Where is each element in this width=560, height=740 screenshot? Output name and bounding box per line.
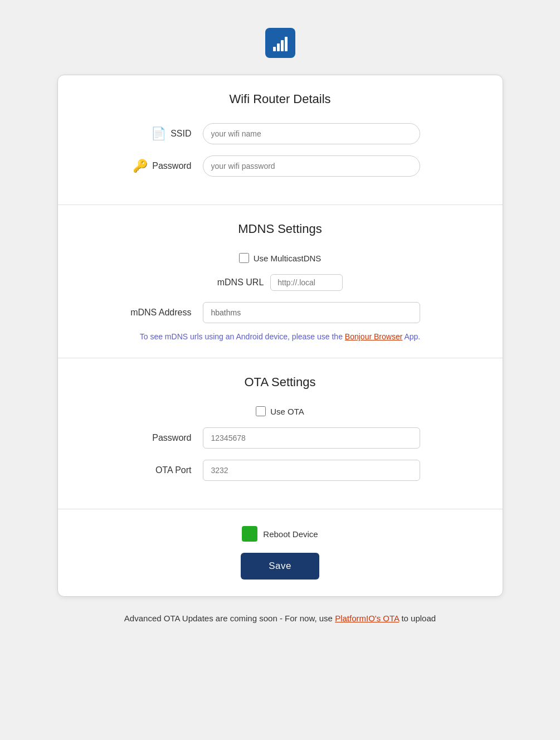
- ssid-label-group: 📄 SSID: [80, 126, 192, 141]
- ota-section: OTA Settings Use OTA Password OTA Port: [58, 358, 503, 509]
- android-notice: To see mDNS urls using an Android device…: [80, 332, 480, 341]
- ota-port-row: OTA Port: [80, 460, 480, 481]
- multicast-dns-row: Use MulticastDNS: [80, 253, 480, 263]
- save-button[interactable]: Save: [241, 553, 319, 580]
- bottom-section: Reboot Device Save: [58, 509, 503, 596]
- signal-icon: [273, 35, 288, 51]
- ssid-row: 📄 SSID: [80, 123, 480, 144]
- mdns-section-title: MDNS Settings: [80, 222, 480, 236]
- mdns-address-input[interactable]: [203, 302, 420, 323]
- footer-suffix: to upload: [399, 614, 436, 623]
- use-multicast-checkbox[interactable]: [239, 253, 249, 263]
- ota-port-label: OTA Port: [80, 465, 192, 475]
- ssid-label: SSID: [171, 129, 191, 139]
- use-ota-label[interactable]: Use OTA: [270, 407, 304, 416]
- mdns-address-label: mDNS Address: [80, 308, 192, 318]
- platformio-link[interactable]: PlatformIO's OTA: [335, 614, 399, 623]
- wifi-password-input[interactable]: [203, 155, 420, 177]
- mdns-section: MDNS Settings Use MulticastDNS mDNS URL …: [58, 205, 503, 358]
- use-multicast-label[interactable]: Use MulticastDNS: [254, 254, 322, 263]
- wifi-password-row: 🔑 Password: [80, 155, 480, 177]
- main-card: Wifi Router Details 📄 SSID 🔑 Password MD…: [57, 75, 503, 597]
- ota-password-label: Password: [80, 433, 192, 443]
- reboot-label: Reboot Device: [263, 529, 318, 539]
- mdns-url-label: mDNS URL: [217, 278, 264, 288]
- ota-password-input[interactable]: [203, 427, 420, 449]
- save-btn-row: Save: [80, 553, 480, 580]
- ota-section-title: OTA Settings: [80, 375, 480, 390]
- ssid-input[interactable]: [203, 123, 420, 144]
- reboot-row: Reboot Device: [80, 526, 480, 542]
- mdns-url-row: mDNS URL: [80, 274, 480, 291]
- wifi-section-title: Wifi Router Details: [80, 92, 480, 106]
- footer-notice: Advanced OTA Updates are coming soon - F…: [124, 614, 436, 623]
- app-icon: [265, 28, 295, 58]
- ota-port-input[interactable]: [203, 460, 420, 481]
- mdns-address-row: mDNS Address: [80, 302, 480, 323]
- wifi-password-label: Password: [152, 161, 191, 171]
- wifi-section: Wifi Router Details 📄 SSID 🔑 Password: [58, 75, 503, 205]
- footer-prefix: Advanced OTA Updates are coming soon - F…: [124, 614, 335, 623]
- ssid-icon: 📄: [151, 126, 166, 141]
- use-ota-row: Use OTA: [80, 406, 480, 416]
- android-notice-prefix: To see mDNS urls using an Android device…: [140, 332, 345, 341]
- ota-password-row: Password: [80, 427, 480, 449]
- mdns-url-input[interactable]: [270, 274, 343, 291]
- use-ota-checkbox[interactable]: [256, 406, 266, 416]
- wifi-password-label-group: 🔑 Password: [80, 159, 192, 173]
- wifi-password-icon: 🔑: [133, 159, 148, 173]
- android-notice-suffix: App.: [402, 332, 420, 341]
- reboot-indicator: [242, 526, 257, 542]
- bonjour-browser-link[interactable]: Bonjour Browser: [345, 332, 403, 341]
